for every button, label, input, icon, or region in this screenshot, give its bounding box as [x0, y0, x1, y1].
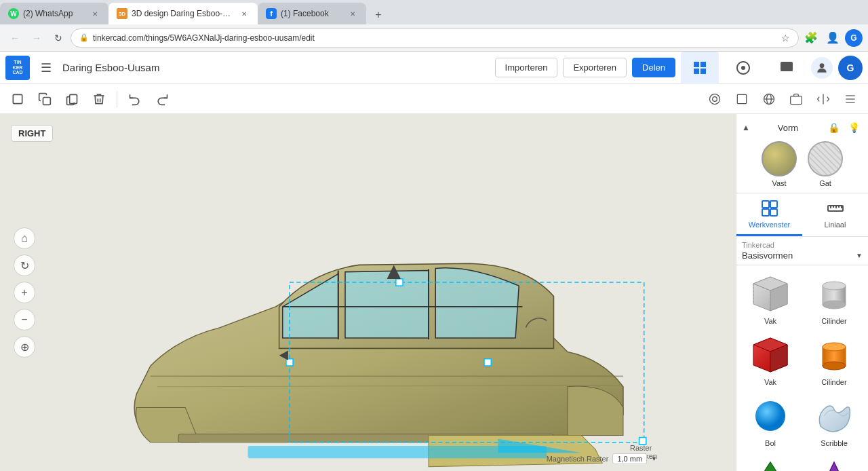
tools-button[interactable] [724, 52, 762, 84]
exporteren-button[interactable]: Exporteren [563, 58, 627, 77]
tab-bar: W (2) WhatsApp ✕ 3D 3D design Daring Esb… [0, 0, 868, 24]
view3d-button[interactable] [757, 87, 781, 111]
toolbar-sep-1 [117, 91, 117, 107]
new-tab-button[interactable]: + [369, 5, 388, 24]
shape-item-kegel[interactable]: Kegel [803, 451, 865, 471]
dropdown-arrow-icon: ▼ [856, 252, 863, 259]
tab-favicon-whatsapp: W [8, 8, 19, 19]
importeren-button[interactable]: Importeren [495, 58, 558, 77]
hamburger-button[interactable]: ☰ [35, 57, 57, 79]
shape-item-bol[interactable]: Bol [739, 390, 802, 450]
shape-dropdown[interactable]: Basisvormen ▼ [742, 250, 863, 261]
shape-label-vak-red: Vak [764, 378, 776, 386]
profile-icon[interactable]: 👤 [823, 29, 842, 48]
gat-option[interactable]: Gat [808, 141, 843, 187]
werkvenster-icon [760, 199, 779, 218]
tab-werkvenster[interactable]: Werkvenster [736, 193, 802, 236]
shape-item-cilinder-orange[interactable]: Cilinder [803, 329, 865, 389]
reload-button[interactable]: ↻ [49, 29, 68, 48]
snap-button[interactable] [703, 87, 727, 111]
magnetic-raster-area: Magnetisch Raster 1,0 mm ▼ [547, 453, 657, 464]
paste-button[interactable] [60, 87, 84, 111]
view2d-button[interactable] [730, 87, 754, 111]
svg-point-54 [823, 301, 846, 309]
trash-icon [92, 92, 106, 106]
vorm-header: ▲ Vorm 🔒 💡 [742, 119, 863, 136]
tab-liniaal[interactable]: Liniaal [802, 193, 868, 236]
svg-point-61 [755, 401, 785, 431]
extensions-icon[interactable]: 🧩 [802, 29, 821, 48]
undo-button[interactable] [123, 87, 147, 111]
shape-item-vak-red[interactable]: Vak [739, 329, 802, 389]
zoom-out-button[interactable]: − [14, 309, 35, 331]
shape-label-cilinder-orange: Cilinder [821, 378, 846, 386]
profile-avatar[interactable]: G [838, 56, 863, 80]
user-avatar[interactable]: G [845, 29, 863, 47]
shape-item-cilinder-gray[interactable]: Cilinder [803, 268, 865, 328]
delete-button[interactable] [87, 87, 111, 111]
view-controls: ⌂ ↻ + − ⊕ [14, 227, 35, 358]
shape-label-scribble: Scribble [821, 439, 848, 447]
shape-label-bol: Bol [765, 439, 776, 447]
new-object-button[interactable] [5, 87, 30, 111]
svg-rect-38 [762, 209, 769, 216]
back-button[interactable]: ← [5, 29, 24, 48]
vast-option[interactable]: Vast [762, 141, 797, 187]
shape-icon-bol [747, 396, 794, 436]
shape-item-scribble[interactable]: Scribble [803, 390, 865, 450]
app: TIN KER CAD ☰ Daring Esboo-Uusam Importe… [0, 52, 868, 471]
redo-button[interactable] [150, 87, 174, 111]
gallery-icon [778, 60, 795, 76]
project-title: Daring Esboo-Uusam [62, 62, 490, 73]
gallery-button[interactable] [768, 52, 806, 84]
shape-icon-scribble [810, 396, 858, 436]
address-bar[interactable]: 🔒 tinkercad.com/things/5W6AGXNalJj-darin… [71, 29, 799, 48]
svg-rect-7 [13, 94, 22, 103]
align-button[interactable] [838, 87, 863, 111]
tab-close-tinkercad[interactable]: ✕ [239, 8, 250, 19]
shape-icon-vak-red [747, 335, 794, 375]
user-icon [815, 61, 829, 75]
shape-item-dak[interactable]: Dak [739, 451, 802, 471]
fit-button[interactable]: ⊕ [14, 336, 35, 358]
raster-dropdown-icon[interactable]: ▼ [651, 455, 657, 462]
shape-label-vak-gray: Vak [764, 317, 776, 325]
raster-value[interactable]: 1,0 mm [612, 453, 647, 464]
user-button[interactable] [811, 57, 833, 79]
panel-tabs: Werkvenster Liniaal [736, 193, 868, 237]
delen-button[interactable]: Delen [632, 58, 675, 77]
mirror-button[interactable] [811, 87, 835, 111]
forward-button[interactable]: → [27, 29, 46, 48]
home-view-button[interactable]: ⌂ [14, 227, 35, 249]
svg-rect-16 [791, 96, 802, 104]
grid-view-button[interactable] [681, 52, 719, 84]
tab-close-whatsapp[interactable]: ✕ [90, 8, 100, 19]
zoom-in-button[interactable]: + [14, 282, 35, 303]
svg-rect-9 [70, 94, 77, 103]
vorm-title: Vorm [778, 123, 798, 133]
grid-icon [692, 60, 708, 76]
tab-whatsapp[interactable]: W (2) WhatsApp ✕ [0, 3, 108, 24]
svg-rect-31 [484, 359, 491, 366]
lock-icon-button[interactable]: 🔒 [826, 119, 842, 136]
tinkercad-logo[interactable]: TIN KER CAD [5, 56, 30, 80]
copy-button[interactable] [33, 87, 57, 111]
tab-facebook[interactable]: f (1) Facebook ✕ [258, 3, 366, 24]
svg-rect-30 [286, 359, 293, 366]
shape-item-vak-gray[interactable]: Vak [739, 268, 802, 328]
tab-liniaal-label: Liniaal [825, 221, 846, 229]
group-button[interactable] [784, 87, 808, 111]
bookmark-icon[interactable]: ☆ [781, 33, 790, 43]
vorm-collapse-icon[interactable]: ▲ [742, 123, 750, 132]
app-header: TIN KER CAD ☰ Daring Esboo-Uusam Importe… [0, 52, 868, 84]
tab-title-whatsapp: (2) WhatsApp [23, 9, 85, 18]
svg-rect-36 [762, 201, 769, 208]
light-icon-button[interactable]: 💡 [846, 119, 863, 136]
gat-label: Gat [819, 179, 831, 187]
tab-close-facebook[interactable]: ✕ [347, 8, 358, 19]
svg-marker-64 [821, 462, 848, 471]
svg-rect-2 [694, 69, 699, 74]
orbit-button[interactable]: ↻ [14, 255, 35, 276]
tab-tinkercad[interactable]: 3D 3D design Daring Esboo-Uusam ✕ [108, 3, 258, 24]
svg-marker-63 [752, 462, 789, 471]
